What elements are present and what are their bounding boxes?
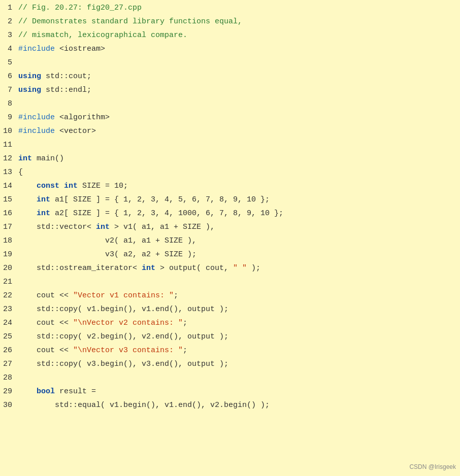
line-number: 14 <box>0 180 18 192</box>
line-number: 16 <box>0 208 18 219</box>
token: a2[ SIZE ] = { 1, 2, 3, 4, 1000, 6, 7, 8… <box>50 209 283 218</box>
code-text: using std::cout; <box>18 71 456 82</box>
code-text: std::copy( v1.begin(), v1.end(), output … <box>18 303 456 315</box>
code-line: 17 std::vector< int > v1( a1, a1 + SIZE … <box>0 221 460 235</box>
token: v2( a1, a1 + SIZE ), <box>18 236 196 245</box>
token: main() <box>32 154 64 163</box>
token: std::copy( v1.begin(), v1.end(), output … <box>18 305 228 314</box>
token: cout << <box>18 319 73 327</box>
token: std::vector< <box>18 223 96 231</box>
code-text: int main() <box>18 153 456 164</box>
token: "Vector v1 contains: " <box>73 291 174 300</box>
code-line: 24 cout << "\nVector v2 contains: "; <box>0 317 460 331</box>
token: int <box>37 209 50 218</box>
code-line: 29 bool result = <box>0 386 460 399</box>
token: v3( a2, a2 + SIZE ); <box>18 250 196 259</box>
code-text: // Demonstrates standard library functio… <box>18 16 456 27</box>
code-line: 14 const int SIZE = 10; <box>0 180 460 194</box>
code-line: 6using std::cout; <box>0 71 460 84</box>
line-number: 3 <box>0 29 18 41</box>
token <box>18 209 37 218</box>
code-line: 8 <box>0 98 460 112</box>
code-text <box>18 372 456 384</box>
line-number: 6 <box>0 71 18 82</box>
code-text: const int SIZE = 10; <box>18 180 456 192</box>
token: " " <box>233 264 247 273</box>
code-text <box>18 139 456 151</box>
code-line: 18 v2( a1, a1 + SIZE ), <box>0 235 460 249</box>
code-line: 1// Fig. 20.27: fig20_27.cpp <box>0 2 460 16</box>
code-line: 7using std::endl; <box>0 84 460 98</box>
code-text: cout << "Vector v1 contains: "; <box>18 290 456 301</box>
token: std::endl; <box>41 86 91 94</box>
token: // Demonstrates standard library functio… <box>18 17 242 26</box>
token: "\nVector v2 contains: " <box>73 319 183 327</box>
line-number: 28 <box>0 372 18 384</box>
code-line: 2// Demonstrates standard library functi… <box>0 16 460 29</box>
code-line: 10#include <vector> <box>0 125 460 139</box>
code-line: 5 <box>0 57 460 71</box>
token: ); <box>247 264 260 273</box>
token: const <box>37 182 59 190</box>
token: <vector> <box>55 127 96 135</box>
code-text: // mismatch, lexicographical compare. <box>18 29 456 41</box>
line-number: 1 <box>0 2 18 14</box>
token: > v1( a1, a1 + SIZE ), <box>110 223 215 231</box>
code-text: cout << "\nVector v2 contains: "; <box>18 317 456 329</box>
code-line: 4#include <iostream> <box>0 43 460 57</box>
token <box>18 195 37 204</box>
token: std::cout; <box>41 72 91 81</box>
line-number: 12 <box>0 153 18 164</box>
code-line: 12int main() <box>0 153 460 166</box>
code-line: 27 std::copy( v3.begin(), v3.end(), outp… <box>0 358 460 372</box>
line-number: 24 <box>0 317 18 329</box>
code-text: using std::endl; <box>18 84 456 96</box>
token: { <box>18 168 23 177</box>
code-text: std::vector< int > v1( a1, a1 + SIZE ), <box>18 221 456 233</box>
line-number: 5 <box>0 57 18 69</box>
token <box>18 387 37 396</box>
token: using <box>18 86 41 94</box>
code-text: int a1[ SIZE ] = { 1, 2, 3, 4, 5, 6, 7, … <box>18 194 456 206</box>
token: > output( cout, <box>155 264 233 273</box>
code-line: 22 cout << "Vector v1 contains: "; <box>0 290 460 303</box>
token: using <box>18 72 41 81</box>
line-number: 8 <box>0 98 18 110</box>
code-text: std::copy( v3.begin(), v3.end(), output … <box>18 358 456 370</box>
code-text: bool result = <box>18 386 456 397</box>
line-number: 13 <box>0 166 18 178</box>
token: #include <box>18 113 55 122</box>
code-text: std::copy( v2.begin(), v2.end(), output … <box>18 331 456 343</box>
code-text: cout << "\nVector v3 contains: "; <box>18 345 456 356</box>
code-text: int a2[ SIZE ] = { 1, 2, 3, 4, 1000, 6, … <box>18 208 456 219</box>
token: int <box>64 182 78 190</box>
token: <iostream> <box>55 45 105 53</box>
line-number: 25 <box>0 331 18 343</box>
code-text: std::equal( v1.begin(), v1.end(), v2.beg… <box>18 399 456 411</box>
line-number: 4 <box>0 43 18 55</box>
token: std::copy( v2.begin(), v2.end(), output … <box>18 332 228 341</box>
token: a1[ SIZE ] = { 1, 2, 3, 4, 5, 6, 7, 8, 9… <box>50 195 270 204</box>
code-text <box>18 98 456 110</box>
token: std::ostream_iterator< <box>18 264 142 273</box>
code-text: #include <vector> <box>18 125 456 137</box>
line-number: 23 <box>0 303 18 315</box>
line-number: 7 <box>0 84 18 96</box>
code-text: // Fig. 20.27: fig20_27.cpp <box>18 2 456 14</box>
line-number: 18 <box>0 235 18 247</box>
line-number: 9 <box>0 112 18 123</box>
line-number: 17 <box>0 221 18 233</box>
token: bool <box>37 387 55 396</box>
line-number: 29 <box>0 386 18 397</box>
watermark: CSDN @Irisgeek <box>409 462 456 472</box>
code-line: 23 std::copy( v1.begin(), v1.end(), outp… <box>0 303 460 317</box>
line-number: 26 <box>0 345 18 356</box>
code-text: #include <iostream> <box>18 43 456 55</box>
line-number: 27 <box>0 358 18 370</box>
token: ; <box>174 291 178 300</box>
token: cout << <box>18 346 73 355</box>
token: ; <box>183 319 187 327</box>
code-text: v2( a1, a1 + SIZE ), <box>18 235 456 247</box>
token: result = <box>55 387 96 396</box>
token: int <box>37 195 50 204</box>
